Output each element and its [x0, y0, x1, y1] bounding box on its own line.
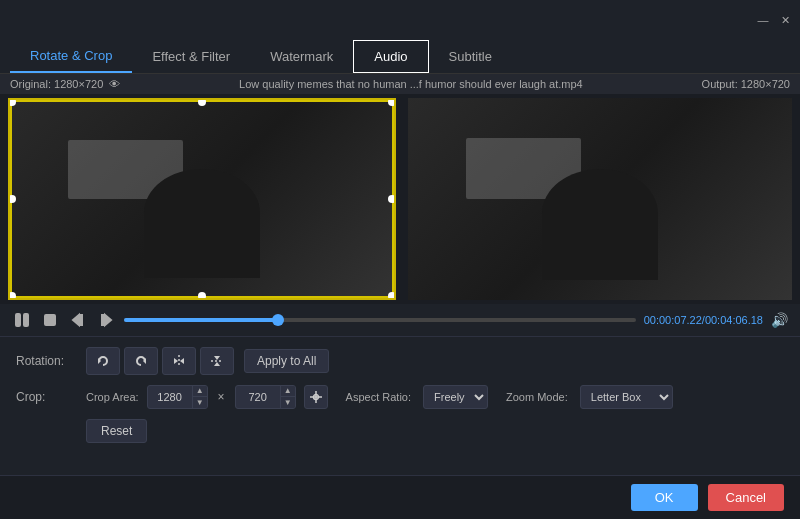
svg-rect-0: [16, 314, 20, 326]
rotate-left-button[interactable]: [86, 347, 120, 375]
video-silhouette: [144, 169, 259, 278]
tab-bar: Rotate & Crop Effect & Filter Watermark …: [0, 40, 800, 74]
height-up-button[interactable]: ▲: [281, 386, 295, 397]
prev-icon: [70, 312, 86, 328]
prev-button[interactable]: [68, 310, 88, 330]
video-frame-source: [10, 100, 394, 298]
width-up-button[interactable]: ▲: [193, 386, 207, 397]
svg-rect-6: [102, 315, 104, 325]
play-icon: [14, 312, 30, 328]
info-bar: Original: 1280×720 👁 Low quality memes t…: [0, 74, 800, 94]
rotate-left-icon: [95, 353, 111, 369]
rotation-label: Rotation:: [16, 354, 86, 368]
video-area: [0, 94, 800, 304]
zoom-mode-dropdown[interactable]: Letter Box Pan & Scan Full: [580, 385, 673, 409]
rotate-right-icon: [133, 353, 149, 369]
reset-button[interactable]: Reset: [86, 419, 147, 443]
crop-label: Crop:: [16, 390, 86, 404]
next-icon: [98, 312, 114, 328]
eye-icon[interactable]: 👁: [109, 78, 120, 90]
svg-marker-5: [105, 315, 111, 325]
width-spinners: ▲ ▼: [192, 386, 207, 408]
crop-width-input[interactable]: [148, 391, 192, 403]
svg-marker-10: [174, 358, 178, 364]
progress-thumb[interactable]: [272, 314, 284, 326]
ok-button[interactable]: OK: [631, 484, 698, 511]
rotation-row: Rotation:: [16, 347, 784, 375]
crop-width-input-wrap: ▲ ▼: [147, 385, 208, 409]
progress-track[interactable]: [124, 318, 636, 322]
svg-rect-4: [80, 315, 82, 325]
crop-height-input[interactable]: [236, 391, 280, 403]
zoom-mode-label: Zoom Mode:: [506, 391, 568, 403]
bottom-bar: OK Cancel: [0, 475, 800, 519]
progress-fill: [124, 318, 278, 322]
aspect-ratio-dropdown[interactable]: Freely 16:9 4:3 1:1: [423, 385, 488, 409]
window-controls: — ✕: [756, 13, 792, 27]
total-time: 00:04:06.18: [705, 314, 763, 326]
cancel-button[interactable]: Cancel: [708, 484, 784, 511]
minimize-button[interactable]: —: [756, 13, 770, 27]
crosshair-button[interactable]: [304, 385, 328, 409]
dimension-separator: ×: [216, 390, 227, 404]
video-panel-preview: [408, 98, 792, 300]
time-display: 00:00:07.22/00:04:06.18: [644, 314, 763, 326]
panel-divider: [400, 98, 404, 300]
title-bar: — ✕: [0, 0, 800, 40]
apply-to-all-button[interactable]: Apply to All: [244, 349, 329, 373]
rotate-right-button[interactable]: [124, 347, 158, 375]
reset-row: Reset: [16, 419, 784, 443]
stop-button[interactable]: [40, 310, 60, 330]
tab-watermark[interactable]: Watermark: [250, 41, 353, 72]
svg-rect-1: [24, 314, 28, 326]
aspect-ratio-label: Aspect Ratio:: [346, 391, 411, 403]
next-button[interactable]: [96, 310, 116, 330]
svg-marker-13: [214, 356, 220, 360]
rotation-buttons: [86, 347, 234, 375]
crop-controls: Crop Area: ▲ ▼ × ▲ ▼: [86, 385, 673, 409]
svg-marker-3: [73, 315, 79, 325]
original-resolution: Original: 1280×720: [10, 78, 103, 90]
controls-panel: Rotation:: [0, 336, 800, 463]
flip-horizontal-icon: [171, 353, 187, 369]
svg-marker-11: [180, 358, 184, 364]
video-silhouette-preview: [542, 169, 657, 280]
volume-icon[interactable]: 🔊: [771, 312, 788, 328]
flip-horizontal-button[interactable]: [162, 347, 196, 375]
stop-icon: [42, 312, 58, 328]
tab-effect-filter[interactable]: Effect & Filter: [132, 41, 250, 72]
width-down-button[interactable]: ▼: [193, 397, 207, 408]
flip-vertical-button[interactable]: [200, 347, 234, 375]
play-button[interactable]: [12, 310, 32, 330]
crosshair-icon: [309, 390, 323, 404]
tab-audio[interactable]: Audio: [353, 40, 428, 73]
output-resolution: Output: 1280×720: [702, 78, 790, 90]
height-down-button[interactable]: ▼: [281, 397, 295, 408]
flip-vertical-icon: [209, 353, 225, 369]
playback-bar: 00:00:07.22/00:04:06.18 🔊: [0, 304, 800, 336]
crop-area-label: Crop Area:: [86, 391, 139, 403]
svg-marker-14: [214, 362, 220, 366]
close-button[interactable]: ✕: [778, 13, 792, 27]
crop-row: Crop: Crop Area: ▲ ▼ × ▲ ▼: [16, 385, 784, 409]
height-spinners: ▲ ▼: [280, 386, 295, 408]
video-frame-preview: [408, 98, 792, 300]
tab-rotate-crop[interactable]: Rotate & Crop: [10, 40, 132, 73]
svg-rect-2: [45, 315, 55, 325]
file-name: Low quality memes that no human ...f hum…: [120, 78, 701, 90]
video-panel-source: [8, 98, 396, 300]
current-time: 00:00:07.22: [644, 314, 702, 326]
crop-height-input-wrap: ▲ ▼: [235, 385, 296, 409]
tab-subtitle[interactable]: Subtitle: [429, 41, 512, 72]
